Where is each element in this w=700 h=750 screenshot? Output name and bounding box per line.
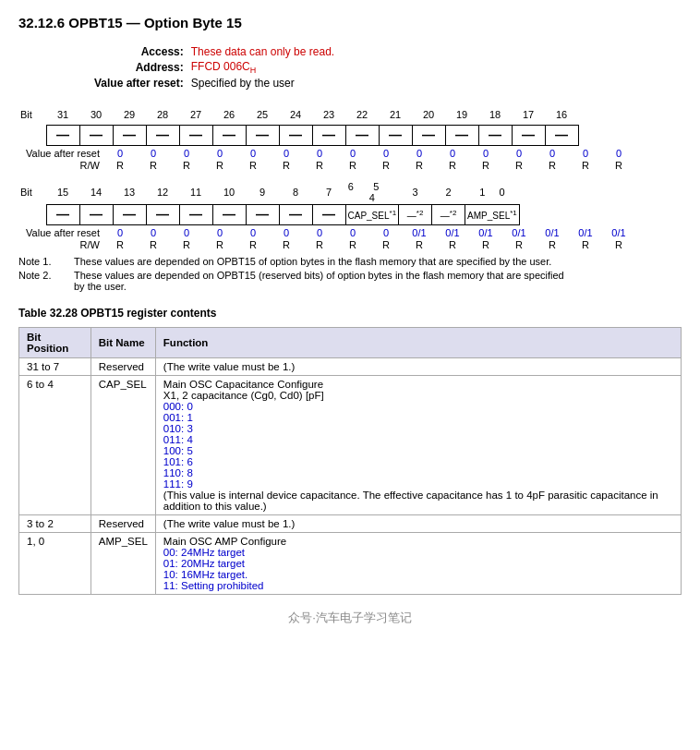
low-bits-table: Bit 15 14 13 12 11 10 9 8 7 6 5 4 3 2 1 …	[18, 180, 520, 225]
col-bit-name: Bit Name	[91, 327, 155, 357]
bit-col-label: Bit	[18, 104, 46, 125]
bit-18: 18	[478, 104, 512, 125]
note-2-text: These values are depended on OPBT15 (res…	[74, 270, 682, 292]
bit-19: 19	[445, 104, 478, 125]
high-bits-table: Bit 31 30 29 28 27 26 25 24 23 22 21 20 …	[18, 104, 579, 146]
reset-row-label: Value after reset	[18, 148, 103, 159]
func-reserved-2: (The write value must be 1.)	[155, 514, 681, 532]
amp-sel-cell: AMP_SEL*1	[465, 204, 520, 224]
table-row: 6 to 4 CAP_SEL Main OSC Capacitance Conf…	[19, 375, 682, 514]
bit-name-cap-sel: CAP_SEL	[91, 375, 155, 514]
table-header-row: Bit Position Bit Name Function	[19, 327, 682, 357]
bit-22: 22	[345, 104, 379, 125]
bit-pos-3-2: 3 to 2	[19, 514, 91, 532]
cap-sel-cell: CAP_SEL*1	[345, 204, 399, 224]
table-row: 3 to 2 Reserved (The write value must be…	[19, 514, 682, 532]
low-bits-section: Bit 15 14 13 12 11 10 9 8 7 6 5 4 3 2 1 …	[18, 180, 682, 250]
val-22: —	[345, 125, 379, 145]
access-label: Access:	[94, 45, 189, 58]
function-table: Bit Position Bit Name Function 31 to 7 R…	[18, 327, 682, 595]
high-bits-section: Bit 31 30 29 28 27 26 25 24 23 22 21 20 …	[18, 104, 682, 171]
val-23: —	[312, 125, 345, 145]
val-25: —	[246, 125, 279, 145]
table-row: 31 to 7 Reserved (The write value must b…	[19, 357, 682, 375]
high-value-row: — — — — — — — — — — — — — — — —	[18, 125, 578, 145]
val-28: —	[146, 125, 179, 145]
access-value: These data can only be read.	[191, 45, 334, 58]
bit-20: 20	[412, 104, 445, 125]
table-row: 1, 0 AMP_SEL Main OSC AMP Configure 00: …	[19, 532, 682, 594]
bit-header-row: Bit 31 30 29 28 27 26 25 24 23 22 21 20 …	[18, 104, 578, 125]
low-rw-row: R/W R R R R R R R R R R R R R R R R	[18, 239, 682, 250]
bit-pos-1-0: 1, 0	[19, 532, 91, 594]
func-amp-sel: Main OSC AMP Configure 00: 24MHz target …	[155, 532, 681, 594]
bit-23: 23	[312, 104, 345, 125]
low-reset-row: Value after reset 0 0 0 0 0 0 0 0 0 0/1 …	[18, 227, 682, 238]
bit-pos-31-7: 31 to 7	[19, 357, 91, 375]
col-function: Function	[155, 327, 681, 357]
bit-col-label2: Bit	[18, 180, 46, 205]
bit-30: 30	[79, 104, 113, 125]
address-value: FFCD 006CH	[191, 60, 334, 75]
note-2-row: Note 2. These values are depended on OPB…	[18, 270, 682, 292]
note-1-row: Note 1. These values are depended on OPB…	[18, 256, 682, 267]
bit-name-reserved-1: Reserved	[91, 357, 155, 375]
bit-pos-6-4: 6 to 4	[19, 375, 91, 514]
note-1-label: Note 1.	[18, 256, 74, 267]
address-label: Address:	[94, 60, 189, 75]
table-section: Table 32.28 OPBT15 register contents Bit…	[18, 307, 682, 595]
reset-label: Value after reset:	[94, 77, 189, 90]
val-30: —	[79, 125, 113, 145]
low-value-row: — — — — — — — — — CAP_SEL*1 —*2 —*2 AMP_…	[18, 204, 519, 224]
reset-value: Specified by the user	[191, 77, 334, 90]
bit-24: 24	[279, 104, 312, 125]
rw-row-label: R/W	[18, 160, 103, 171]
bit-name-amp-sel: AMP_SEL	[91, 532, 155, 594]
val-24: —	[279, 125, 312, 145]
func-cap-sel: Main OSC Capacitance Configure X1, 2 cap…	[155, 375, 681, 514]
watermark: 众号·汽车电子学习笔记	[18, 610, 682, 626]
table-title: Table 32.28 OPBT15 register contents	[18, 307, 682, 320]
bit-28: 28	[146, 104, 179, 125]
val-17: —	[512, 125, 545, 145]
note-1-text: These values are depended on OPBT15 of o…	[74, 256, 682, 267]
bit-25: 25	[246, 104, 279, 125]
val-20: —	[412, 125, 445, 145]
bit-27: 27	[179, 104, 212, 125]
bit-26: 26	[212, 104, 246, 125]
notes-section: Note 1. These values are depended on OPB…	[18, 256, 682, 292]
col-bit-pos: Bit Position	[19, 327, 91, 357]
val-26: —	[212, 125, 246, 145]
high-reset-0: 0	[103, 148, 137, 159]
val-18: —	[478, 125, 512, 145]
bit-17: 17	[512, 104, 545, 125]
section-number: 32.12.6 OPBT15 — Option Byte 15	[18, 15, 242, 30]
func-reserved-1: (The write value must be 1.)	[155, 357, 681, 375]
low-bit-header-row: Bit 15 14 13 12 11 10 9 8 7 6 5 4 3 2 1 …	[18, 180, 519, 205]
section-title: 32.12.6 OPBT15 — Option Byte 15	[18, 15, 682, 30]
bit-21: 21	[379, 104, 412, 125]
val-19: —	[445, 125, 478, 145]
val-31: —	[46, 125, 79, 145]
bit-16: 16	[545, 104, 578, 125]
high-reset-row: Value after reset 0 0 0 0 0 0 0 0 0 0 0 …	[18, 148, 682, 159]
high-rw-row: R/W R R R R R R R R R R R R R R R R	[18, 160, 682, 171]
info-table: Access: These data can only be read. Add…	[92, 43, 336, 91]
val-16: —	[545, 125, 578, 145]
val-21: —	[379, 125, 412, 145]
val-29: —	[113, 125, 146, 145]
note-2-label: Note 2.	[18, 270, 74, 292]
val-27: —	[179, 125, 212, 145]
bit-31: 31	[46, 104, 79, 125]
bit-29: 29	[113, 104, 146, 125]
bit-name-reserved-2: Reserved	[91, 514, 155, 532]
